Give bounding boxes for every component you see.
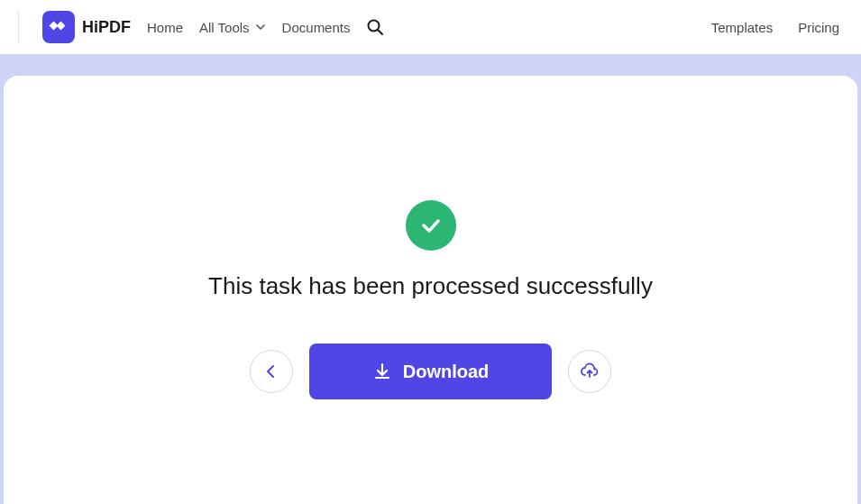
brand-name: HiPDF	[82, 18, 131, 37]
header-right: Templates Pricing	[711, 20, 839, 35]
checkmark-icon	[418, 213, 444, 238]
nav-all-tools-label: All Tools	[199, 20, 250, 35]
download-icon	[372, 362, 392, 381]
nav-pricing-label: Pricing	[798, 20, 839, 35]
nav-all-tools[interactable]: All Tools	[199, 20, 266, 35]
download-button-label: Download	[403, 362, 490, 382]
nav-documents-label: Documents	[282, 20, 351, 35]
cloud-upload-icon	[580, 362, 600, 381]
back-button[interactable]	[250, 350, 293, 393]
cloud-upload-button[interactable]	[568, 350, 611, 393]
header: HiPDF Home All Tools Documents Templates…	[0, 0, 861, 54]
nav-home[interactable]: Home	[147, 20, 183, 35]
logo-icon	[42, 11, 75, 43]
action-row: Download	[250, 344, 612, 399]
content-background: This task has been processed successfull…	[0, 76, 861, 504]
nav-home-label: Home	[147, 20, 183, 35]
svg-line-3	[379, 31, 383, 35]
header-divider	[18, 11, 19, 43]
search-icon	[366, 18, 384, 36]
nav-pricing[interactable]: Pricing	[798, 20, 839, 35]
banner-spacer	[0, 54, 861, 76]
chevron-down-icon	[255, 22, 266, 32]
nav-templates-label: Templates	[711, 20, 773, 35]
result-card: This task has been processed successfull…	[4, 76, 857, 504]
download-button[interactable]: Download	[309, 344, 553, 399]
success-message: This task has been processed successfull…	[208, 272, 653, 300]
search-button[interactable]	[366, 18, 384, 36]
header-left: HiPDF Home All Tools Documents	[18, 11, 384, 43]
brand-logo[interactable]: HiPDF	[42, 11, 131, 43]
nav-templates[interactable]: Templates	[711, 20, 773, 35]
nav-documents[interactable]: Documents	[282, 20, 351, 35]
svg-rect-1	[57, 22, 66, 31]
chevron-left-icon	[263, 363, 279, 380]
success-indicator	[406, 200, 456, 251]
svg-point-2	[369, 21, 380, 32]
